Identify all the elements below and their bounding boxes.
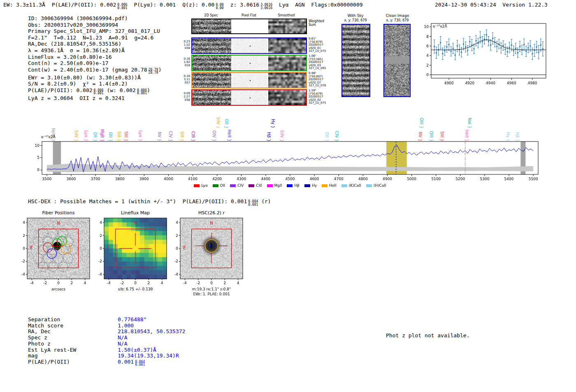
info-plae-w-text: (w: 0.002 bbox=[104, 87, 136, 93]
spec2d-row4-weight3: 038 bbox=[181, 98, 190, 102]
match-row-score: Match score1.000 bbox=[28, 323, 185, 329]
spec2d-row3-weight2: 3.11 bbox=[181, 78, 190, 81]
spec2d-row3-ifu: 327_LU_076 bbox=[309, 84, 335, 88]
match-label: Photo z bbox=[28, 341, 118, 347]
match-value: 19.34(19.33,19.34)R bbox=[118, 353, 179, 359]
info-plae-uncertainty: 0.0060.001 bbox=[94, 89, 104, 95]
hsc-match-lower: 0.001 bbox=[248, 203, 258, 206]
info-radec: RA,Dec (218.810547,50.535156) bbox=[28, 41, 162, 47]
spec2d-fiber-row bbox=[191, 55, 307, 71]
detection-info-block: ID: 3006369994 (3006369994.pdf) Obs: 202… bbox=[28, 15, 162, 102]
spectral-line-label: OIII } bbox=[419, 118, 423, 128]
match-row-plae: P(LAE)/P(OII)0.0010.0040.001 bbox=[28, 359, 185, 366]
spectral-line-label: SiIV } bbox=[216, 117, 220, 128]
spec2d-row2-weight3: 018 bbox=[181, 64, 190, 67]
legend-item: (H)CaII bbox=[366, 183, 386, 188]
match-value: 1.000 bbox=[118, 322, 134, 329]
match-row-radec: RA, Dec218.810543, 50.535372 bbox=[28, 329, 185, 335]
match-table: Separation0.776488" Match score1.000 RA,… bbox=[28, 317, 185, 366]
spec2d-row4-weight1: 0.09 bbox=[181, 92, 190, 95]
spec2d-row4-ifu: 327_LU_075 bbox=[309, 102, 335, 105]
info-ewr: EWr = 3.10(±0.80) (w: 3.30(±0.83))Å bbox=[28, 74, 162, 81]
info-obs: Obs: 20200317v020_3006369994 bbox=[28, 22, 162, 28]
legend-swatch bbox=[287, 184, 293, 187]
legend-label: MgII bbox=[274, 183, 282, 188]
header-plya: P(Lyα): 0.001 bbox=[134, 2, 176, 8]
match-value: 0.776488" bbox=[118, 316, 146, 322]
spectral-line-label: OII } bbox=[224, 119, 228, 128]
spec2d-row3-annotation: 0.98" (730,697) 20200317 v020_07 327_LU_… bbox=[309, 72, 335, 88]
legend-item: CIII bbox=[249, 183, 262, 188]
header-plae-lower: 0.001 bbox=[117, 7, 127, 10]
hsc-match-text: HSC-DEX : Possible Matches = 1 (within +… bbox=[28, 198, 247, 204]
fiber-positions-cutout bbox=[16, 216, 92, 287]
header-z-uncertainty: 3.06163.0616 bbox=[260, 3, 272, 9]
legend-item: OII bbox=[213, 183, 225, 188]
legend-item: Hβ bbox=[287, 183, 300, 188]
info-cont-w-close: ) bbox=[158, 67, 162, 73]
match-label: Est LyA rest-EW bbox=[28, 347, 118, 353]
elixer-report: EW: 3.3±11.3Å P(LAE)/P(OII): 0.0020.0060… bbox=[0, 0, 576, 392]
spectral-line-labels: NeVI }SiIV }Lyα }OII }MgII }OII }SiII }S… bbox=[42, 109, 538, 141]
header-plae-value: P(LAE)/P(OII): 0.002 bbox=[52, 2, 116, 8]
match-value: 1.50(±0.37)Å bbox=[118, 347, 156, 353]
spec2d-row2-smoothed-image bbox=[268, 56, 306, 70]
spec2d-weighted-pixelflat-image bbox=[232, 19, 267, 33]
spec2d-row1-weight1: 0.23 bbox=[181, 40, 190, 43]
info-cont-w-text: Cont(w) = 2.40(±0.01)e-17 (gmag 20.78 bbox=[28, 67, 147, 73]
hsc-cutout bbox=[169, 216, 245, 287]
legend-swatch bbox=[341, 184, 347, 187]
hsc-cutout-caption2: EWr: 1. PLAE: 0.001 bbox=[180, 292, 243, 296]
spec2d-row1-weight3: 038 bbox=[181, 46, 190, 50]
spec2d-row4-smoothed-image bbox=[268, 90, 306, 105]
header-plae-uncertainty: 0.0060.001 bbox=[117, 3, 127, 9]
hsc-match-line: HSC-DEX : Possible Matches = 1 (within +… bbox=[28, 198, 271, 206]
legend-swatch bbox=[304, 184, 310, 187]
info-cont-w-uncertainty: 20.7920.78 bbox=[149, 68, 158, 74]
header-qz-uncertainty: 0.000.00 bbox=[216, 3, 223, 9]
with-sky-image bbox=[341, 24, 370, 97]
clean-image-coords: x, y: 730, 679 bbox=[382, 19, 413, 22]
legend-item: Hγ bbox=[304, 183, 317, 188]
match-value: N/A bbox=[118, 334, 127, 341]
header-bar: EW: 3.3±11.3Å P(LAE)/P(OII): 0.0020.0060… bbox=[3, 2, 363, 9]
legend-label: Hγ bbox=[312, 183, 317, 188]
spec2d-row1-weight2: 1.52 bbox=[181, 43, 190, 46]
header-timestamp: 2024-12-30 05:43:24 Version 1.22.3 bbox=[435, 2, 548, 8]
spec2d-row3-weight1: 0.16 bbox=[181, 74, 190, 78]
spec2d-row2-pixelflat-image bbox=[232, 56, 267, 70]
info-id: ID: 3006369994 (3006369994.pdf) bbox=[28, 15, 162, 22]
spec2d-row1-annotation: 0.61" (730,679) 20200317 v020_01 327_LU_… bbox=[309, 37, 335, 53]
spectrum-units-annotation: e⁻¹⁷x2Å bbox=[41, 135, 56, 139]
info-plae-text: P(LAE)/P(OII): 0.002 bbox=[28, 87, 93, 93]
with-sky-title: With Sky bbox=[340, 14, 371, 18]
match-label: RA, Dec bbox=[28, 329, 118, 335]
header-classification: Lyα AGN Flags:0x00000009 bbox=[279, 2, 363, 8]
photz-note: Phot z plot not available. bbox=[386, 332, 470, 339]
spec2d-row3-smoothed-image bbox=[268, 73, 306, 88]
spec2d-row2-ifu: 327_LU_095 bbox=[309, 67, 335, 70]
match-row-mag: mag19.34(19.33,19.34)R bbox=[28, 353, 185, 359]
clean-image-title: Clean Image bbox=[382, 14, 413, 18]
header-z: z: 3.06163.06163.0616 bbox=[230, 2, 272, 9]
spec2d-row3-weights: 0.16 3.11 037 bbox=[181, 74, 190, 84]
info-cont-w: Cont(w) = 2.40(±0.01)e-17 (gmag 20.7820.… bbox=[28, 67, 162, 74]
info-plae-lower: 0.001 bbox=[94, 92, 104, 95]
legend-item: HeII bbox=[322, 183, 337, 188]
hsc-cutout-title: HSC(26.2) r bbox=[180, 210, 243, 216]
fiber-positions-xlabel: arcsecs bbox=[27, 287, 90, 291]
spec2d-row1-pixelflat-image bbox=[232, 38, 267, 53]
spec2d-weighted-2dspec-image bbox=[192, 19, 231, 33]
spec2d-row2-2dspec-image bbox=[192, 56, 231, 70]
spec2d-row3-2dspec-image bbox=[192, 73, 231, 88]
spec2d-row2-weight1: 0.16 bbox=[181, 57, 190, 60]
header-z-value: z: 3.0616 bbox=[230, 2, 259, 8]
lineflux-map-cutout bbox=[93, 216, 169, 287]
spectral-line-label: NaI } bbox=[467, 118, 471, 128]
legend-label: CIII bbox=[256, 183, 262, 188]
match-label: Spec z bbox=[28, 335, 118, 341]
legend-item: CIV bbox=[230, 183, 244, 188]
legend-label: (K)CaII bbox=[349, 183, 361, 188]
spec2d-panel: 2D Spec Pixel Flat Smoothed Weighted Sum… bbox=[191, 14, 339, 108]
spectral-line-label: Hγ } bbox=[271, 119, 275, 128]
